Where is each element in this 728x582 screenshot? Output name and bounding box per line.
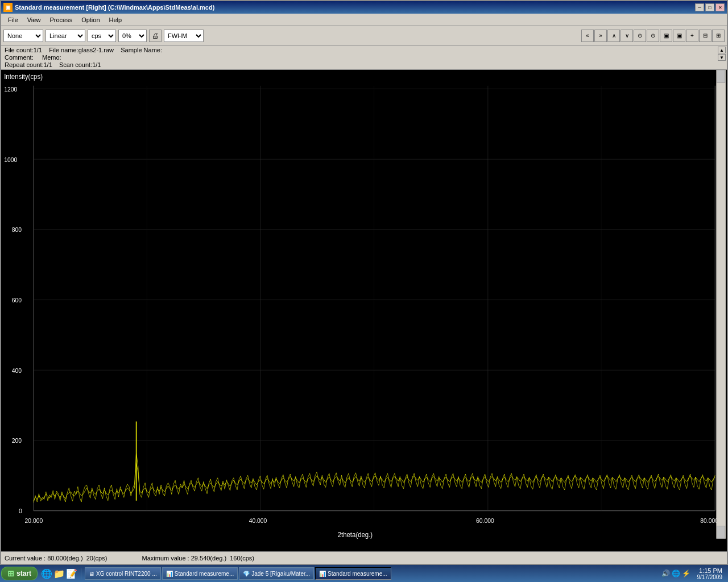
menu-help[interactable]: Help bbox=[105, 15, 127, 24]
menu-view[interactable]: View bbox=[23, 15, 46, 24]
nav-up[interactable]: ∧ bbox=[607, 30, 620, 42]
start-button[interactable]: ⊞ start bbox=[1, 567, 38, 580]
ie-icon[interactable]: 🌐 bbox=[41, 568, 52, 579]
close-button[interactable]: ✕ bbox=[715, 3, 725, 11]
none-select[interactable]: None bbox=[3, 30, 43, 42]
window-title: Standard measurement [Right] (C:\Windmax… bbox=[15, 4, 695, 11]
maximize-button[interactable]: □ bbox=[705, 3, 714, 11]
svg-text:20.000: 20.000 bbox=[24, 517, 43, 523]
folder-icon[interactable]: 📁 bbox=[53, 568, 65, 579]
max-value: Maximum value : 29.540(deg.) bbox=[142, 555, 227, 562]
svg-rect-29 bbox=[717, 70, 725, 82]
tray-icon-1[interactable]: 🔊 bbox=[661, 569, 670, 577]
sample-name: Sample Name: bbox=[121, 47, 162, 53]
taskbar-item-label-1: Standard measureme... bbox=[175, 571, 234, 577]
memo: Memo: bbox=[42, 54, 61, 61]
repeat-count: Repeat count:1/1 bbox=[5, 61, 52, 68]
scan-count: Scan count:1/1 bbox=[59, 61, 101, 68]
comment: Comment: bbox=[5, 54, 34, 61]
svg-text:1200: 1200 bbox=[4, 86, 17, 93]
taskbar-item-3[interactable]: 📊 Standard measureme... bbox=[315, 567, 391, 580]
svg-text:1000: 1000 bbox=[4, 156, 17, 163]
taskbar-item-label-2: Jade 5 [Rigaku/Mater... bbox=[251, 571, 310, 577]
app-icon: ▣ bbox=[3, 3, 13, 12]
svg-text:200: 200 bbox=[12, 437, 22, 444]
system-tray: 🔊 🌐 ⚡ bbox=[659, 569, 693, 577]
tool-btn4[interactable]: ▣ bbox=[673, 30, 685, 42]
taskbar-date: 9/17/2009 bbox=[697, 574, 723, 580]
taskbar-item-0[interactable]: 🖥 XG control RINT2200 ... bbox=[85, 567, 161, 580]
y-axis-label: Intensity(cps) bbox=[4, 72, 43, 80]
svg-text:80.000: 80.000 bbox=[700, 517, 718, 523]
max-cps: 160(cps) bbox=[230, 555, 254, 562]
unit-select[interactable]: cps bbox=[88, 30, 116, 42]
zoom-out[interactable]: ⊞ bbox=[712, 30, 725, 42]
zoom-full[interactable]: ⊟ bbox=[699, 30, 712, 42]
taskbar-items: 🖥 XG control RINT2200 ... 📊 Standard mea… bbox=[85, 567, 659, 580]
taskbar-item-1[interactable]: 📊 Standard measureme... bbox=[162, 567, 238, 580]
nav-group: « » ∧ ∨ ⊙ ⊙ ▣ ▣ + ⊟ ⊞ bbox=[581, 30, 725, 42]
taskbar-item-icon-0: 🖥 bbox=[89, 571, 94, 577]
tool-btn2[interactable]: ⊙ bbox=[647, 30, 659, 42]
svg-text:2theta(deg.): 2theta(deg.) bbox=[338, 531, 373, 539]
toolbar: None Linear Log cps 0% 🖨 FWHM « » ∧ ∨ ⊙ … bbox=[1, 26, 727, 45]
scroll-down[interactable]: ▼ bbox=[718, 54, 726, 61]
taskbar: ⊞ start 🌐 📁 📝 🖥 XG control RINT2200 ... … bbox=[0, 565, 728, 582]
menu-file[interactable]: File bbox=[3, 15, 23, 24]
title-bar: ▣ Standard measurement [Right] (C:\Windm… bbox=[1, 1, 727, 14]
taskbar-item-label-0: XG control RINT2200 ... bbox=[96, 571, 157, 577]
nav-down[interactable]: ∨ bbox=[621, 30, 633, 42]
menu-option[interactable]: Option bbox=[77, 15, 104, 24]
zoom-in[interactable]: + bbox=[686, 30, 698, 42]
taskbar-item-icon-1: 📊 bbox=[166, 571, 173, 577]
fwhm-select[interactable]: FWHM bbox=[164, 30, 204, 42]
windows-logo: ⊞ bbox=[7, 569, 14, 578]
file-count: File count:1/1 bbox=[5, 47, 42, 53]
info-scroll: ▲ ▼ bbox=[718, 47, 726, 61]
taskbar-item-icon-2: 💎 bbox=[243, 571, 250, 577]
menu-process[interactable]: Process bbox=[45, 15, 77, 24]
minimize-button[interactable]: ─ bbox=[695, 3, 704, 11]
current-cps: 20(cps) bbox=[86, 555, 107, 562]
svg-text:0: 0 bbox=[19, 508, 22, 514]
taskbar-item-icon-3: 📊 bbox=[319, 571, 326, 577]
status-bar: Current value : 80.000(deg.) 20(cps) Max… bbox=[1, 551, 727, 564]
current-value: Current value : 80.000(deg.) bbox=[5, 555, 83, 562]
nav-next-next[interactable]: » bbox=[594, 30, 607, 42]
svg-text:40.000: 40.000 bbox=[249, 517, 267, 523]
svg-rect-0 bbox=[1, 70, 727, 551]
tool-btn3[interactable]: ▣ bbox=[660, 30, 672, 42]
chart-svg: Intensity(cps) 1200 1000 800 600 400 bbox=[1, 70, 727, 551]
taskbar-item-label-3: Standard measureme... bbox=[328, 571, 387, 577]
start-label: start bbox=[16, 569, 31, 577]
taskbar-item-2[interactable]: 💎 Jade 5 [Rigaku/Mater... bbox=[239, 567, 314, 580]
svg-text:800: 800 bbox=[12, 226, 22, 233]
print-button[interactable]: 🖨 bbox=[149, 30, 162, 42]
taskbar-clock[interactable]: 1:15 PM 9/17/2009 bbox=[693, 567, 727, 580]
file-name: File name:glass2-1.raw bbox=[49, 47, 114, 53]
scroll-up[interactable]: ▲ bbox=[718, 47, 726, 53]
menu-bar: File View Process Option Help bbox=[1, 14, 727, 26]
svg-text:400: 400 bbox=[12, 367, 22, 373]
percent-select[interactable]: 0% bbox=[118, 30, 147, 42]
taskbar-time: 1:15 PM bbox=[697, 567, 723, 574]
notepad-icon[interactable]: 📝 bbox=[66, 568, 77, 579]
svg-rect-30 bbox=[717, 526, 725, 538]
scale-select[interactable]: Linear Log bbox=[46, 30, 85, 42]
nav-prev-prev[interactable]: « bbox=[581, 30, 594, 42]
tray-icon-2[interactable]: 🌐 bbox=[672, 569, 680, 577]
svg-text:60.000: 60.000 bbox=[476, 517, 494, 523]
info-panel: File count:1/1 File name:glass2-1.raw Sa… bbox=[1, 45, 727, 70]
chart-area: Intensity(cps) 1200 1000 800 600 400 bbox=[1, 70, 727, 551]
svg-text:600: 600 bbox=[12, 297, 22, 304]
svg-rect-28 bbox=[716, 70, 726, 539]
tray-icon-3[interactable]: ⚡ bbox=[682, 569, 690, 577]
tool-btn1[interactable]: ⊙ bbox=[634, 30, 646, 42]
